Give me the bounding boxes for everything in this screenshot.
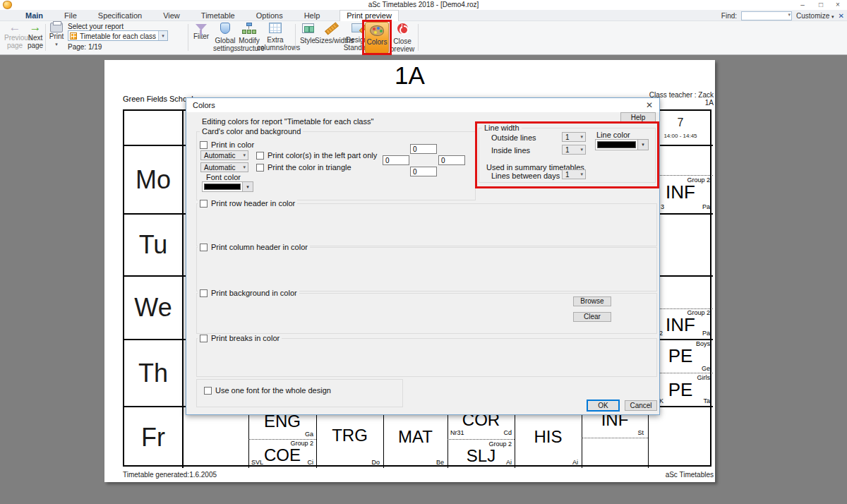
margin-left-input[interactable] [383,155,409,165]
color-swatch [204,184,241,190]
row-header-group [196,203,657,246]
margin-right-input[interactable] [438,155,465,165]
checkbox-icon[interactable] [200,200,208,208]
close-preview-button[interactable]: Closepreview [390,21,415,53]
tab-print-preview[interactable]: Print preview [340,10,399,21]
report-select[interactable]: Timetable for each class ▾ [68,30,168,41]
print-row-header-checkbox[interactable]: Print row header in color [198,199,297,208]
print-breaks-checkbox[interactable]: Print breaks in color [198,334,282,342]
checkbox-icon[interactable] [200,141,208,149]
title-bar: aSc Timetables 2018 - [Demo4.roz] – □ × [0,0,847,10]
timetable-cell-fr-4: COR Nr31 Cd Group 2 SLJ Ai [447,406,515,468]
day-row-we: We [124,277,182,339]
tab-help[interactable]: Help [303,11,322,20]
lines-between-days-select[interactable]: 1▾ [562,169,586,179]
clear-button[interactable]: Clear [573,312,611,322]
one-font-checkbox[interactable]: Use one font for the whole design [202,386,333,395]
checkbox-icon[interactable] [200,335,208,342]
color-in-triangle-checkbox[interactable]: Print the color in triangle [254,163,354,172]
outside-lines-select[interactable]: 1▾ [562,132,586,142]
chevron-down-icon: ▾ [243,164,246,170]
font-color-picker[interactable]: ▾ [202,181,253,192]
margin-top-input[interactable] [410,144,437,154]
chevron-down-icon: ▾ [243,152,246,158]
tab-specification[interactable]: Specification [97,11,143,20]
tab-timetable[interactable]: Timetable [200,11,236,20]
browse-button[interactable]: Browse [573,296,611,306]
line-color-picker[interactable]: ▾ [595,139,649,150]
ok-button[interactable]: OK [587,400,620,412]
outside-lines-label: Outside lines [491,133,536,142]
find-dropdown-icon[interactable]: ▾ [788,12,791,18]
extra-columns-rows-button[interactable]: Extracolumns/rows [257,21,294,52]
dialog-close-icon[interactable]: ✕ [642,100,656,111]
margin-bottom-input[interactable] [410,167,437,176]
chevron-down-icon[interactable]: ▾ [242,182,253,191]
print-in-color-checkbox[interactable]: Print in color [198,140,256,149]
checkbox-icon[interactable] [256,152,264,160]
print-background-checkbox[interactable]: Print background in color [198,289,299,297]
dialog-description: Editing colors for report "Timetable for… [202,117,373,126]
select-report-label: Select your report [68,23,124,30]
application-window: aSc Timetables 2018 - [Demo4.roz] – □ × … [0,0,847,504]
printer-icon [50,23,63,32]
report-icon [70,32,77,40]
card-color-select-1[interactable]: Automatic▾ [200,150,248,160]
footer-brand: aSc Timetables [666,471,714,479]
find-input[interactable]: ▾ [741,11,792,20]
line-color-label: Line color [596,131,630,139]
tab-main[interactable]: Main [24,11,44,20]
print-button[interactable]: Print ▾ [47,21,66,48]
print-dropdown-icon[interactable]: ▾ [47,41,66,48]
close-button[interactable]: × [830,0,846,9]
card-color-group-label: Card's color and background [200,127,303,136]
customize-menu[interactable]: Customize ▾ [796,12,834,20]
arrow-right-icon: → [25,21,45,34]
report-dropdown-icon[interactable]: ▾ [158,31,167,40]
timetable-cell-fr-2: TRG Do [316,406,383,468]
tab-view[interactable]: View [162,11,181,20]
dialog-title-bar[interactable]: Colors ✕ [186,98,659,112]
day-row-th: Th [124,340,182,406]
colors-button[interactable]: Colors [365,22,389,54]
chevron-down-icon: ▾ [580,147,583,152]
help-button[interactable]: Help [620,112,656,123]
timetable-cell-fr-3: MAT Be [383,406,447,468]
filter-icon [196,24,207,30]
cancel-button[interactable]: Cancel [625,400,657,411]
checkbox-icon[interactable] [200,244,208,251]
card-color-select-2[interactable]: Automatic▾ [200,162,248,172]
window-title: aSc Timetables 2018 - [Demo4.roz] [0,1,847,8]
checkbox-icon[interactable] [200,289,208,297]
menu-tab-bar: Main File Specification View Timetable O… [0,10,847,21]
next-page-button[interactable]: → Nextpage [25,21,45,49]
school-name: Green Fields School [123,95,193,103]
minimize-button[interactable]: – [795,0,810,9]
chevron-down-icon[interactable]: ▾ [637,140,648,150]
left-part-only-checkbox[interactable]: Print color(s) in the left part only [254,151,379,160]
print-column-header-checkbox[interactable]: Print column header in color [198,243,310,251]
org-chart-icon [242,23,256,35]
find-label: Find: [721,12,737,20]
tab-options[interactable]: Options [255,11,284,20]
checkbox-icon[interactable] [204,387,212,395]
inside-lines-label: Inside lines [491,146,530,155]
arrow-left-icon: ← [4,21,25,34]
style-icon [302,23,314,33]
maximize-button[interactable]: □ [813,0,829,9]
timetable-cell-fr-1: ENG Ga Group 2 COE SVL Ci [248,406,316,468]
chevron-down-icon: ▾ [580,134,583,140]
global-settings-button[interactable]: Globalsettings [213,21,237,52]
page-indicator: Page: 1/19 [68,43,102,51]
footer-generated: Timetable generated:1.6.2005 [123,471,217,479]
checkbox-icon[interactable] [256,164,264,172]
tab-file[interactable]: File [63,11,78,20]
palette-icon [370,25,384,36]
ribbon-close-icon[interactable]: ✕ [839,12,844,20]
filter-button[interactable]: Filter [191,21,212,40]
previous-page-button[interactable]: ← Previouspage [4,21,25,49]
shield-icon [220,23,230,34]
customize-dropdown-icon: ▾ [831,14,834,19]
inside-lines-select[interactable]: 1▾ [562,145,586,155]
class-label: 1A [705,99,714,107]
